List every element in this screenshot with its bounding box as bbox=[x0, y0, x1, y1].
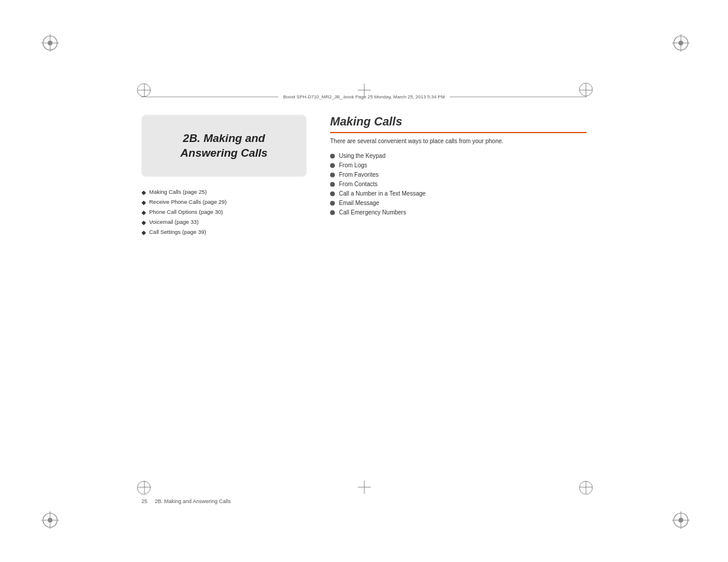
corner-reg-tl bbox=[41, 34, 59, 54]
toc-item-label: Phone Call Options (page 30) bbox=[149, 209, 223, 215]
header-line-right bbox=[450, 97, 587, 97]
bullet-list: Using the Keypad From Logs From Favorite… bbox=[330, 153, 587, 216]
section-title: Making Calls bbox=[330, 115, 587, 133]
toc-bullet: ◆ bbox=[141, 229, 146, 236]
svg-point-7 bbox=[678, 41, 683, 45]
bullet-dot-icon bbox=[330, 173, 335, 177]
toc-bullet: ◆ bbox=[141, 209, 146, 216]
circle-br bbox=[578, 480, 594, 498]
footer-chapter: 2B. Making and Answering Calls bbox=[155, 498, 231, 504]
footer-page-number: 25 bbox=[141, 498, 147, 504]
bullet-dot-icon bbox=[330, 154, 335, 158]
list-item: ◆ Receive Phone Calls (page 29) bbox=[141, 199, 307, 206]
header-line-left bbox=[141, 97, 278, 97]
list-item: From Contacts bbox=[330, 181, 587, 187]
right-column: Making Calls There are several convenien… bbox=[330, 115, 587, 494]
bullet-dot-icon bbox=[330, 201, 335, 206]
svg-point-26 bbox=[137, 481, 150, 494]
bullet-label: Call Emergency Numbers bbox=[339, 209, 406, 216]
list-item: ◆ Phone Call Options (page 30) bbox=[141, 209, 307, 216]
toc-list: ◆ Making Calls (page 25) ◆ Receive Phone… bbox=[141, 189, 307, 236]
list-item: ◆ Making Calls (page 25) bbox=[141, 189, 307, 196]
bullet-label: Email Message bbox=[339, 200, 379, 206]
bullet-dot-icon bbox=[330, 182, 335, 187]
svg-point-3 bbox=[48, 41, 52, 45]
toc-bullet: ◆ bbox=[141, 199, 146, 206]
list-item: Call a Number in a Text Message bbox=[330, 190, 587, 197]
svg-point-11 bbox=[48, 518, 52, 523]
bullet-label: From Contacts bbox=[339, 181, 378, 187]
content-area: 2B. Making and Answering Calls ◆ Making … bbox=[141, 115, 587, 494]
toc-bullet: ◆ bbox=[141, 219, 146, 226]
corner-reg-tr bbox=[672, 34, 690, 54]
crosshair-mb bbox=[358, 481, 371, 496]
page: Boost SPH-D710_MR2_JB_.book Page 25 Mond… bbox=[0, 0, 728, 562]
list-item: From Logs bbox=[330, 162, 587, 168]
toc-item-label: Call Settings (page 39) bbox=[149, 229, 206, 235]
list-item: ◆ Call Settings (page 39) bbox=[141, 229, 307, 236]
toc-item-label: Making Calls (page 25) bbox=[149, 189, 207, 195]
bullet-label: From Logs bbox=[339, 162, 367, 168]
bullet-label: Using the Keypad bbox=[339, 153, 386, 159]
bullet-dot-icon bbox=[330, 210, 335, 215]
list-item: Using the Keypad bbox=[330, 153, 587, 159]
bullet-dot-icon bbox=[330, 163, 335, 168]
chapter-box: 2B. Making and Answering Calls bbox=[141, 115, 307, 177]
list-item: Call Emergency Numbers bbox=[330, 209, 587, 216]
list-item: ◆ Voicemail (page 33) bbox=[141, 219, 307, 226]
corner-reg-br bbox=[672, 511, 690, 531]
bullet-label: Call a Number in a Text Message bbox=[339, 190, 426, 197]
left-column: 2B. Making and Answering Calls ◆ Making … bbox=[141, 115, 307, 494]
svg-point-15 bbox=[678, 518, 683, 523]
corner-reg-bl bbox=[41, 511, 59, 531]
list-item: Email Message bbox=[330, 200, 587, 206]
chapter-title: 2B. Making and Answering Calls bbox=[180, 132, 268, 159]
header-file-info: Boost SPH-D710_MR2_JB_.book Page 25 Mond… bbox=[278, 94, 449, 100]
bullet-label: From Favorites bbox=[339, 171, 378, 178]
circle-bl bbox=[136, 480, 152, 498]
svg-point-29 bbox=[579, 481, 592, 494]
list-item: From Favorites bbox=[330, 171, 587, 178]
toc-bullet: ◆ bbox=[141, 189, 146, 196]
section-intro: There are several convenient ways to pla… bbox=[330, 137, 587, 146]
footer-bar: 25 2B. Making and Answering Calls bbox=[141, 497, 587, 506]
footer-text: 25 2B. Making and Answering Calls bbox=[141, 498, 231, 504]
header-bar: Boost SPH-D710_MR2_JB_.book Page 25 Mond… bbox=[141, 91, 587, 102]
bullet-dot-icon bbox=[330, 191, 335, 196]
toc-item-label: Voicemail (page 33) bbox=[149, 219, 199, 225]
toc-item-label: Receive Phone Calls (page 29) bbox=[149, 199, 227, 205]
